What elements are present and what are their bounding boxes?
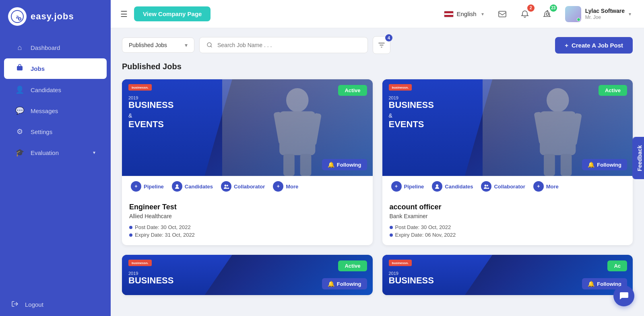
status-badge: Active — [599, 85, 627, 96]
evaluation-icon: 🎓 — [15, 148, 24, 157]
view-company-button[interactable]: View Company Page — [134, 6, 211, 21]
svg-point-6 — [546, 13, 549, 15]
language-selector[interactable]: English ▾ — [440, 8, 488, 20]
sidebar: a easy.jobs ⌂ Dashboard Jobs 👤 Candidate… — [0, 0, 111, 316]
collaborator-button[interactable]: Collaborator — [477, 176, 529, 196]
status-badge: Active — [338, 260, 367, 271]
svg-point-23 — [436, 184, 438, 187]
logout-label: Logout — [25, 301, 43, 308]
create-job-button[interactable]: + Create A Job Post — [555, 37, 633, 54]
bell-icon: 🔔 — [328, 161, 334, 168]
sidebar-item-evaluation[interactable]: 🎓 Evaluation ▾ — [4, 143, 107, 163]
svg-point-24 — [485, 185, 487, 187]
plus-icon: + — [565, 42, 568, 49]
collaborator-icon — [221, 181, 231, 192]
settings-icon: ⚙ — [15, 127, 24, 136]
alerts-button[interactable]: 23 — [539, 6, 555, 22]
candidates-icon: 👤 — [15, 85, 24, 94]
job-card-image: businessn. 2019 BUSINESS&EVENTS — [122, 79, 373, 176]
post-date: Post Date: 30 Oct, 2022 — [390, 224, 626, 230]
avatar — [565, 6, 581, 22]
filter-bar: Published Jobs ▾ 4 + Create A Job Post — [122, 36, 633, 54]
svg-point-15 — [224, 185, 226, 187]
dashboard-icon: ⌂ — [15, 43, 24, 52]
candidates-icon — [432, 181, 442, 192]
job-card-image: businessn. 2019 BUSINESS Ac 🔔 Following — [382, 255, 633, 295]
status-filter-dropdown[interactable]: Published Jobs ▾ — [122, 37, 194, 53]
candidates-button[interactable]: Candidates — [428, 176, 477, 196]
sidebar-item-candidates[interactable]: 👤 Candidates — [4, 80, 107, 100]
flag-icon — [444, 11, 454, 17]
following-badge[interactable]: 🔔 Following — [582, 159, 627, 170]
chat-bubble-button[interactable] — [613, 285, 634, 306]
following-badge[interactable]: 🔔 Following — [322, 278, 367, 289]
sidebar-item-label: Messages — [31, 107, 58, 114]
brand-badge: businessn. — [128, 260, 152, 266]
job-card: businessn. 2019 BUSINESS Active 🔔 Follow… — [122, 255, 373, 295]
more-icon: + — [533, 181, 544, 192]
notifications-button[interactable]: 2 — [517, 6, 533, 22]
filter-button[interactable]: 4 — [373, 36, 390, 54]
sidebar-item-messages[interactable]: 💬 Messages — [4, 101, 107, 121]
search-box — [199, 37, 368, 53]
job-meta: Post Date: 30 Oct, 2022 Expiry Date: 06 … — [390, 224, 626, 238]
brand-badge: businessn. — [389, 84, 412, 91]
topbar-icons: 2 23 — [494, 6, 555, 22]
filter-count-badge: 4 — [385, 34, 392, 41]
job-meta: Post Date: 30 Oct, 2022 Expiry Date: 31 … — [129, 224, 365, 238]
topbar: ☰ View Company Page English ▾ 2 — [111, 0, 644, 28]
job-title: Engineer Test — [129, 203, 365, 211]
user-profile[interactable]: Lylac Software Mr. Joe ▾ — [562, 4, 634, 24]
job-company: Allied Healthcare — [129, 213, 365, 219]
job-card-image: businessn. 2019 BUSINESS Active 🔔 Follow… — [122, 255, 373, 295]
pipeline-button[interactable]: + Pipeline — [127, 176, 168, 196]
post-date: Post Date: 30 Oct, 2022 — [129, 224, 365, 230]
collaborator-icon — [481, 181, 491, 192]
more-button[interactable]: + More — [269, 176, 302, 196]
feedback-tab[interactable]: Feedback — [633, 137, 644, 179]
language-label: English — [457, 10, 477, 17]
notifications-badge: 2 — [527, 4, 535, 12]
sidebar-item-dashboard[interactable]: ⌂ Dashboard — [4, 38, 107, 58]
chevron-down-icon: ▾ — [93, 150, 95, 155]
logout-item[interactable]: Logout — [0, 293, 111, 316]
job-title: account officer — [390, 203, 626, 211]
messages-icon: 💬 — [15, 106, 24, 115]
sidebar-item-jobs[interactable]: Jobs — [4, 58, 107, 79]
collaborator-button[interactable]: Collaborator — [217, 176, 269, 196]
action-bar: + Pipeline Candidates Collaborator — [122, 176, 373, 196]
sidebar-item-label: Dashboard — [31, 44, 60, 51]
pipeline-icon: + — [391, 181, 402, 192]
expiry-date: Expiry Date: 06 Nov, 2022 — [390, 232, 626, 238]
sidebar-logo: a easy.jobs — [0, 0, 111, 33]
pipeline-button[interactable]: + Pipeline — [387, 176, 428, 196]
search-input[interactable] — [217, 42, 361, 48]
sidebar-nav: ⌂ Dashboard Jobs 👤 Candidates 💬 Messages… — [0, 33, 111, 293]
svg-point-25 — [487, 185, 488, 186]
bell-icon: 🔔 — [588, 281, 594, 287]
online-indicator — [577, 18, 580, 21]
sidebar-item-settings[interactable]: ⚙ Settings — [4, 122, 107, 142]
brand-badge: businessn. — [389, 260, 412, 266]
status-badge: Ac — [607, 260, 627, 271]
messages-button[interactable] — [494, 6, 510, 22]
main-content: ☰ View Company Page English ▾ 2 — [111, 0, 644, 316]
expiry-date: Expiry Date: 31 Oct, 2022 — [129, 232, 365, 238]
job-info: account officer Bank Examiner Post Date:… — [382, 196, 633, 245]
sidebar-item-label: Candidates — [31, 87, 61, 93]
chevron-down-icon: ▾ — [185, 42, 188, 48]
menu-icon[interactable]: ☰ — [120, 9, 128, 19]
date-dot — [129, 233, 132, 237]
dropdown-label: Published Jobs — [129, 42, 167, 48]
svg-point-16 — [227, 185, 228, 186]
chevron-down-icon: ▾ — [629, 11, 631, 17]
candidates-button[interactable]: Candidates — [168, 176, 217, 196]
pipeline-icon: + — [131, 181, 141, 192]
following-badge[interactable]: 🔔 Following — [322, 159, 367, 170]
date-dot — [390, 226, 393, 229]
jobs-icon — [15, 64, 24, 73]
more-icon: + — [273, 181, 283, 192]
more-button[interactable]: + More — [529, 176, 563, 196]
chevron-down-icon: ▾ — [481, 11, 484, 17]
job-card: businessn. 2019 BUSINESS&EVENTS — [122, 79, 373, 245]
